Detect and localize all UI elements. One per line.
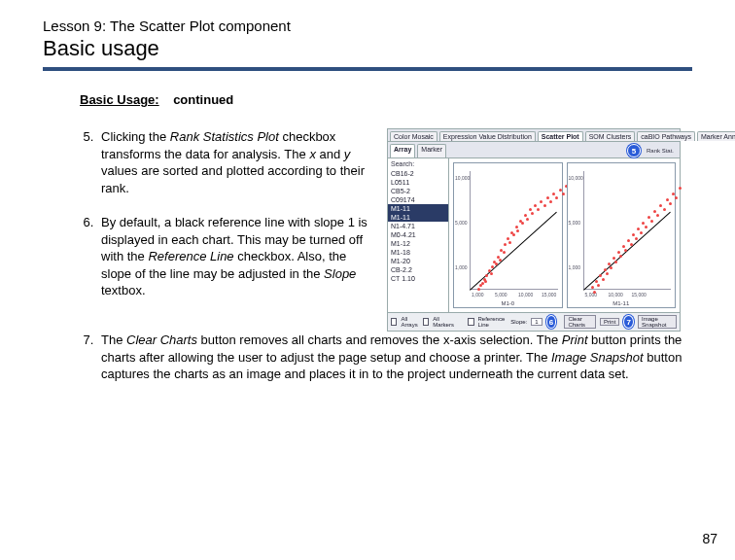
scatter-plot-1[interactable]: 10,0005,0001,0005,00010,00015,000M1-11	[567, 162, 677, 308]
clear-charts-button[interactable]: Clear Charts	[564, 315, 596, 329]
list-item[interactable]: CB5-2	[388, 187, 448, 195]
title-rule	[43, 67, 692, 71]
list-item[interactable]: N1-4.71	[388, 222, 448, 230]
callout-6-icon: 6	[546, 315, 557, 329]
image-snapshot-button[interactable]: Image Snapshot	[638, 315, 677, 329]
app-footer: All Arrays All Markers Reference Line Sl…	[388, 312, 680, 331]
print-button[interactable]: Print	[600, 318, 619, 326]
plot-xlabel: M1-11	[568, 300, 676, 306]
step-6: By default, a black reference line with …	[97, 214, 371, 299]
subhead-label: Basic Usage:	[80, 92, 159, 107]
search-label: Search:	[388, 160, 448, 169]
reference-line-checkbox[interactable]	[468, 318, 473, 326]
list-item[interactable]: CT 1.10	[388, 274, 448, 283]
list-item[interactable]: M0-4.21	[388, 230, 448, 239]
all-markers-label: All Markers	[433, 316, 454, 328]
list-item[interactable]: CB-2.2	[388, 265, 448, 274]
page-number: 87	[702, 531, 718, 546]
plots-area: 10,0005,0001,0001,0005,00010,00015,000M1…	[449, 158, 680, 312]
scatter-plot-0[interactable]: 10,0005,0001,0001,0005,00010,00015,000M1…	[453, 162, 563, 308]
tab-marker-annotations[interactable]: Marker Annotations	[697, 131, 735, 141]
tab-expression-value-distribution[interactable]: Expression Value Distribution	[439, 131, 536, 141]
callout-5-icon: 5	[627, 144, 641, 158]
all-arrays-label: All Arrays	[401, 316, 419, 328]
list-item[interactable]: M1-18	[388, 248, 448, 257]
app-tabs-sub: ArrayMarker5Rank Stat.	[388, 142, 680, 158]
list-item[interactable]: M1-12	[388, 239, 448, 248]
section-subhead: Basic Usage: continued	[80, 92, 692, 107]
tab-scatter-plot[interactable]: Scatter Plot	[538, 131, 583, 141]
tab-cabio-pathways[interactable]: caBIO Pathways	[637, 131, 695, 141]
marker-sidebar[interactable]: Search: CB16-2L0511CB5-2C09174M1-11M1-11…	[388, 158, 449, 312]
lesson-label: Lesson 9: The Scatter Plot component	[43, 18, 692, 34]
list-item[interactable]: L0511	[388, 178, 448, 187]
scatter-plot-app: Color MosaicExpression Value Distributio…	[387, 128, 681, 332]
list-item[interactable]: M1-11	[388, 213, 448, 222]
subtab-array[interactable]: Array	[390, 144, 415, 158]
page-title: Basic usage	[43, 36, 692, 61]
plot-xlabel: M1-0	[454, 300, 562, 306]
list-item[interactable]: M1-20	[388, 257, 448, 265]
subtab-marker[interactable]: Marker	[417, 144, 446, 158]
app-tabs-top: Color MosaicExpression Value Distributio…	[388, 129, 680, 142]
all-markers-checkbox[interactable]	[423, 318, 429, 326]
callout-7-icon: 7	[623, 315, 634, 329]
list-item[interactable]: M1-11	[388, 204, 448, 213]
subhead-continued: continued	[173, 92, 233, 107]
tab-color-mosaic[interactable]: Color Mosaic	[390, 131, 438, 141]
tab-som-clusters[interactable]: SOM Clusters	[585, 131, 636, 141]
all-arrays-checkbox[interactable]	[391, 318, 397, 326]
step-5: Clicking the Rank Statistics Plot checkb…	[97, 128, 371, 196]
slope-input[interactable]: 1	[531, 318, 542, 326]
slope-label: Slope:	[510, 319, 527, 325]
list-item[interactable]: C09174	[388, 195, 448, 204]
list-item[interactable]: CB16-2	[388, 169, 448, 178]
reference-line-label: Reference Line	[478, 316, 508, 328]
step-7: The Clear Charts button removes all char…	[97, 332, 692, 383]
rank-stat-label: Rank Stat.	[643, 148, 678, 154]
